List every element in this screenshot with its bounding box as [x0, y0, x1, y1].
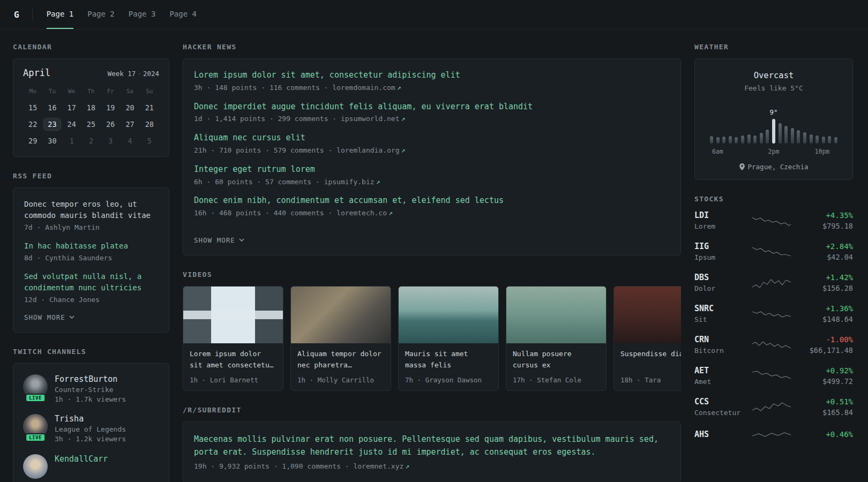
channel-game: Counter-Strike [55, 386, 126, 394]
videos-section-title: VIDEOS [183, 270, 681, 278]
stock-change: +0.51% [802, 397, 853, 406]
video-meta: 18h · Tara [620, 376, 681, 384]
calendar-date-selected: 23 [42, 116, 62, 132]
calendar-date: 24 [62, 116, 81, 132]
hn-item-link[interactable]: Integer eget rutrum lorem [194, 164, 670, 176]
weather-location: Prague, Czechia [705, 163, 843, 171]
external-link-icon[interactable]: ↗ [405, 462, 409, 470]
hn-item-meta: 1d · 1,414 points · 299 comments · ipsum… [194, 114, 670, 124]
rss-item-link[interactable]: Donec tempor eros leo, ut commodo mauris… [24, 199, 158, 221]
video-body: Nullam posuere cursus ex 17h · Stefan Co… [506, 343, 606, 390]
video-title: Lorem ipsum dolor sit amet consectetu… [190, 349, 276, 371]
avatar [23, 454, 48, 479]
reddit-meta-text: 19h · 9,932 points · 1,090 comments · lo… [194, 462, 403, 470]
stock-row[interactable]: AHS +0.46% [694, 428, 853, 443]
tab-page-3[interactable]: Page 3 [129, 0, 156, 29]
external-link-icon[interactable]: ↗ [401, 146, 406, 154]
calendar-week-year: Week 17·2024 [108, 70, 159, 78]
stock-values: +4.35% $795.18 [802, 211, 853, 230]
twitch-section-title: TWITCH CHANNELS [13, 348, 169, 356]
hn-item-link[interactable]: Donec enim nibh, condimentum et accumsan… [194, 195, 670, 207]
video-card[interactable]: Lorem ipsum dolor sit amet consectetu… 1… [183, 286, 283, 391]
external-link-icon[interactable]: ↗ [397, 84, 401, 92]
twitch-channel-row[interactable]: KendallCarr [23, 454, 159, 479]
stock-price: $66,171.48 [802, 346, 853, 355]
stock-values: +0.92% $499.72 [802, 366, 853, 386]
stock-change: +0.46% [802, 430, 853, 439]
twitch-channel-row[interactable]: LIVE ForrestBurton Counter-Strike 1h · 1… [23, 374, 159, 405]
calendar-date: 19 [101, 99, 120, 116]
calendar-header: April Week 17·2024 [23, 67, 159, 78]
reddit-post-link[interactable]: Maecenas mollis pulvinar erat non posuer… [194, 433, 670, 458]
video-meta: 1h · Lori Barnett [190, 376, 276, 384]
weather-bar-highlighted: 9° [772, 119, 775, 144]
weather-bar [716, 137, 720, 144]
stock-row[interactable]: SNRC Sit +1.36% $148.64 [694, 304, 853, 323]
video-thumbnail [506, 287, 606, 343]
chevron-down-icon [69, 315, 74, 319]
hn-item-link[interactable]: Aliquam nec cursus elit [194, 132, 670, 144]
dow-label: Su [140, 86, 159, 99]
external-link-icon[interactable]: ↗ [401, 115, 406, 123]
weather-bar [784, 126, 788, 144]
weather-bar [822, 137, 825, 144]
tab-page-1[interactable]: Page 1 [47, 0, 74, 29]
hn-meta-text: 6h · 60 points · 57 comments · ipsumify.… [194, 178, 375, 186]
calendar-date: 15 [23, 99, 42, 116]
video-meta: 7h · Grayson Dawson [405, 376, 492, 384]
video-title: Suspendisse diam [620, 349, 681, 371]
weather-section-title: WEATHER [694, 43, 853, 51]
twitch-channel-row[interactable]: LIVE Trisha League of Legends 3h · 1.2k … [23, 414, 159, 445]
calendar-card: April Week 17·2024 Mo Tu We Th Fr Sa Su … [13, 58, 169, 157]
rss-item-meta: 12d · Chance Jones [24, 295, 158, 305]
channel-name: ForrestBurton [55, 374, 126, 384]
stock-row[interactable]: CCS Consectetur +0.51% $165.84 [694, 397, 853, 417]
stock-sparkline [742, 368, 802, 383]
tab-page-2[interactable]: Page 2 [87, 0, 115, 29]
rss-show-more-button[interactable]: SHOW MORE [24, 313, 74, 321]
page-tabs: Page 1 Page 2 Page 3 Page 4 [47, 0, 197, 29]
calendar-date: 22 [23, 116, 42, 132]
tab-page-4[interactable]: Page 4 [169, 0, 197, 29]
stock-row[interactable]: AET Amet +0.92% $499.72 [694, 366, 853, 386]
weather-bar [722, 137, 725, 144]
stock-row[interactable]: IIG Ipsum +2.84% $42.04 [694, 242, 853, 261]
weather-bar [766, 130, 769, 144]
external-link-icon[interactable]: ↗ [376, 178, 380, 186]
video-card[interactable]: Mauris sit amet massa felis 7h · Grayson… [398, 286, 499, 391]
video-thumbnail [614, 287, 681, 343]
weather-bar [797, 130, 800, 144]
video-body: Lorem ipsum dolor sit amet consectetu… 1… [183, 343, 283, 390]
external-link-icon[interactable]: ↗ [388, 209, 393, 217]
stock-symbol: AET [694, 366, 742, 375]
video-card[interactable]: Suspendisse diam 18h · Tara [613, 286, 681, 391]
stocks-widget: STOCKS LDI Lorem +4.35% $795.18 IIG [694, 195, 853, 443]
top-nav: G Page 1 Page 2 Page 3 Page 4 [0, 0, 868, 29]
channel-game: League of Legends [55, 425, 126, 433]
video-title: Mauris sit amet massa felis [405, 349, 492, 371]
channel-avatar-image [23, 454, 48, 479]
stock-row[interactable]: DBS Dolor +1.42% $156.28 [694, 273, 853, 292]
video-title: Nullam posuere cursus ex [513, 349, 600, 371]
video-card[interactable]: Aliquam tempor dolor nec pharetra… 1h · … [290, 286, 391, 391]
hackernews-card: Lorem ipsum dolor sit amet, consectetur … [183, 58, 681, 255]
stock-name: Amet [694, 378, 742, 386]
stock-change: +0.92% [802, 366, 853, 375]
stock-change: +2.84% [802, 242, 853, 251]
video-card[interactable]: Nullam posuere cursus ex 17h · Stefan Co… [506, 286, 607, 391]
hn-meta-text: 3h · 148 points · 116 comments · loremdo… [194, 84, 395, 92]
hn-item-link[interactable]: Lorem ipsum dolor sit amet, consectetur … [194, 70, 670, 81]
app-logo[interactable]: G [14, 9, 33, 20]
hn-show-more-button[interactable]: SHOW MORE [194, 236, 244, 244]
stock-sparkline [742, 337, 802, 352]
stock-name: Lorem [694, 222, 742, 230]
stock-row[interactable]: LDI Lorem +4.35% $795.18 [694, 210, 853, 230]
rss-item-link[interactable]: Sed volutpat nulla nisl, a condimentum n… [24, 271, 158, 293]
rss-item-link[interactable]: In hac habitasse platea [24, 240, 158, 252]
hn-meta-text: 21h · 710 points · 579 comments · loreml… [194, 146, 400, 154]
calendar-date: 28 [140, 116, 159, 132]
stock-row[interactable]: CRN Bitcorn -1.00% $66,171.48 [694, 335, 853, 355]
stock-id: DBS Dolor [694, 273, 742, 292]
hn-item-link[interactable]: Donec imperdiet augue tincidunt felis al… [194, 101, 670, 113]
stock-price: $795.18 [802, 222, 853, 230]
